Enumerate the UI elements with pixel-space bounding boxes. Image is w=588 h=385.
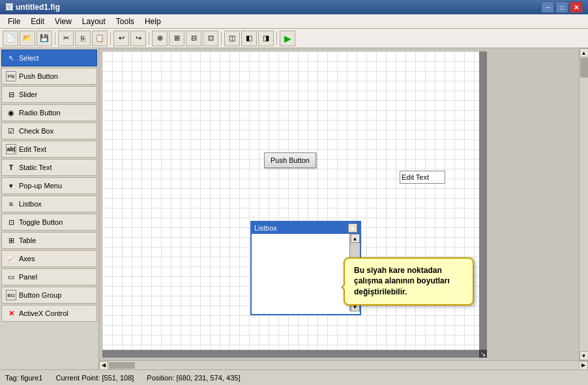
minimize-button[interactable]: ─ — [541, 1, 554, 13]
palette-button-group-label: Button Group — [19, 291, 61, 299]
palette-static-text-label: Static Text — [19, 164, 52, 171]
menu-bar: File Edit View Layout Tools Help — [0, 14, 588, 29]
listbox-icon: ≡ — [6, 199, 16, 209]
vscroll-track — [580, 57, 589, 351]
toolbar-sep-5 — [276, 32, 277, 45]
canvas-container[interactable]: Push Button Edit Text Listbox ▲ — [99, 48, 579, 360]
palette-activex[interactable]: ✕ ActiveX Control — [1, 305, 97, 322]
prop-btn[interactable]: ◫ — [224, 31, 240, 46]
title-bar: 🖼 untitled1.fig ─ □ ✕ — [0, 0, 588, 14]
align-h-btn[interactable]: ⊞ — [169, 31, 184, 46]
position-label: Position: [680, 231, 574, 435] — [147, 374, 240, 382]
palette-edit-text-label: Edit Text — [19, 145, 46, 153]
canvas-right-handle[interactable] — [479, 51, 487, 358]
palette-static-text[interactable]: T Static Text — [1, 159, 97, 176]
palette-popup-menu-label: Pop-up Menu — [19, 182, 62, 190]
toolbar-sep-4 — [221, 32, 222, 45]
palette-slider-label: Slider — [19, 91, 37, 98]
save-btn[interactable]: 💾 — [37, 31, 52, 46]
canvas-corner-handle[interactable]: ↘ — [479, 350, 487, 358]
palette-axes[interactable]: 📈 Axes — [1, 250, 97, 267]
tooltip-balloon: Bu siyah kare noktadan çalışma alanının … — [344, 257, 474, 306]
align-v-btn[interactable]: ⊟ — [186, 31, 201, 46]
palette-radio-button[interactable]: ◉ Radio Button — [1, 104, 97, 121]
inspector-btn[interactable]: ◧ — [241, 31, 257, 46]
palette-slider[interactable]: ⊟ Slider — [1, 86, 97, 103]
palette-panel: ↖ Select PB Push Button ⊟ Slider ◉ Radio… — [0, 48, 99, 369]
palette-check-box[interactable]: ☑ Check Box — [1, 122, 97, 139]
canvas-push-button-label: Push Button — [271, 156, 310, 164]
listbox-scroll-up[interactable]: ▲ — [348, 223, 357, 233]
canvas-edit-text[interactable]: Edit Text — [400, 171, 445, 184]
menu-tools[interactable]: Tools — [111, 16, 140, 27]
paste-btn[interactable]: 📋 — [92, 31, 108, 46]
palette-axes-label: Axes — [19, 255, 35, 263]
listbox-header: Listbox ▲ — [252, 222, 360, 234]
play-btn[interactable]: ▶ — [280, 31, 295, 46]
palette-table[interactable]: ⊞ Table — [1, 232, 97, 249]
palette-button-group[interactable]: BG Button Group — [1, 287, 97, 304]
menu-layout[interactable]: Layout — [77, 16, 111, 27]
hscroll-track — [108, 362, 579, 369]
palette-toggle-button[interactable]: ⊡ Toggle Button — [1, 214, 97, 231]
title-bar-title: untitled1.fig — [16, 3, 60, 12]
close-button[interactable]: ✕ — [570, 1, 583, 13]
palette-edit-text[interactable]: ab| Edit Text — [1, 141, 97, 158]
toolbar-sep-1 — [55, 32, 55, 45]
vscroll-thumb[interactable] — [580, 58, 588, 78]
palette-activex-label: ActiveX Control — [19, 309, 68, 317]
slider-icon: ⊟ — [6, 89, 16, 100]
palette-push-button[interactable]: PB Push Button — [1, 68, 97, 85]
title-bar-icon: 🖼 — [5, 3, 13, 12]
main-container: ↖ Select PB Push Button ⊟ Slider ◉ Radio… — [0, 48, 588, 369]
palette-check-box-label: Check Box — [19, 127, 53, 135]
new-file-btn[interactable]: 📄 — [3, 31, 18, 46]
select-icon: ↖ — [6, 53, 16, 63]
radio-button-icon: ◉ — [6, 107, 16, 118]
hscroll-thumb[interactable] — [109, 362, 135, 369]
palette-listbox-label: Listbox — [19, 200, 42, 208]
hscroll-left-btn[interactable]: ◀ — [99, 361, 108, 370]
open-btn[interactable]: 📂 — [20, 31, 35, 46]
grid-btn[interactable]: ⊕ — [152, 31, 168, 46]
editor-btn[interactable]: ◨ — [258, 31, 274, 46]
static-text-icon: T — [6, 162, 16, 173]
canvas-push-button[interactable]: Push Button — [264, 152, 316, 168]
menu-view[interactable]: View — [50, 16, 77, 27]
listbox-vscroll-up[interactable]: ▲ — [351, 234, 360, 243]
palette-panel[interactable]: ▭ Panel — [1, 268, 97, 285]
canvas-edit-text-label: Edit Text — [402, 173, 429, 181]
horizontal-scrollbar: ◀ ▶ — [99, 360, 588, 369]
canvas-and-vscroll: Push Button Edit Text Listbox ▲ — [99, 48, 588, 360]
palette-panel-label: Panel — [19, 273, 37, 281]
maximize-button[interactable]: □ — [555, 1, 568, 13]
menu-help[interactable]: Help — [140, 16, 166, 27]
axes-icon: 📈 — [6, 253, 16, 264]
canvas-bottom-handle[interactable] — [102, 350, 479, 358]
vscroll-down-btn[interactable]: ▼ — [580, 351, 589, 360]
table-icon: ⊞ — [6, 235, 16, 246]
palette-toggle-button-label: Toggle Button — [19, 218, 63, 226]
check-box-icon: ☑ — [6, 126, 16, 136]
status-bar: Tag: figure1 Current Point: [551, 108] P… — [0, 369, 588, 385]
canvas-wrapper: Push Button Edit Text Listbox ▲ — [99, 48, 588, 369]
vscroll-up-btn[interactable]: ▲ — [580, 48, 589, 57]
cut-btn[interactable]: ✂ — [58, 31, 74, 46]
dist-btn[interactable]: ⊡ — [203, 31, 218, 46]
menu-edit[interactable]: Edit — [25, 16, 50, 27]
palette-table-label: Table — [19, 236, 36, 244]
copy-btn[interactable]: ⎘ — [75, 31, 91, 46]
button-group-icon: BG — [6, 290, 16, 300]
tag-label: Tag: figure1 — [5, 374, 42, 382]
palette-listbox[interactable]: ≡ Listbox — [1, 195, 97, 212]
palette-select[interactable]: ↖ Select — [1, 50, 97, 66]
palette-popup-menu[interactable]: ▾ Pop-up Menu — [1, 177, 97, 194]
menu-file[interactable]: File — [3, 16, 25, 27]
redo-btn[interactable]: ↪ — [130, 31, 146, 46]
toolbar-sep-3 — [149, 32, 149, 45]
current-point: Current Point: [551, 108] — [55, 374, 134, 382]
undo-btn[interactable]: ↩ — [113, 31, 129, 46]
hscroll-right-btn[interactable]: ▶ — [579, 361, 588, 370]
canvas-area: Push Button Edit Text Listbox ▲ — [102, 51, 487, 358]
palette-select-label: Select — [19, 54, 39, 62]
